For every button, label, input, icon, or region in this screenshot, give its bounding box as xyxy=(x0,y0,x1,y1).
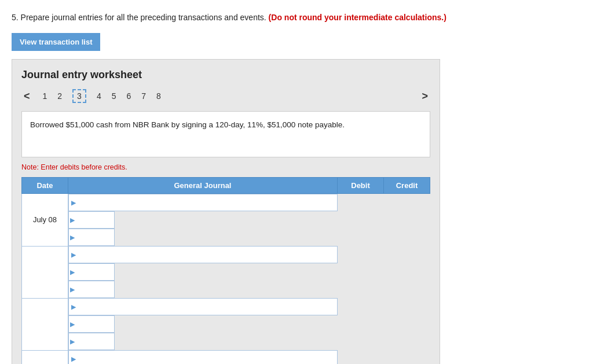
debit-cell-2: ▶ xyxy=(68,315,115,333)
debit-cell-1: ▶ xyxy=(68,263,115,281)
journal-cell-2: ▶ xyxy=(68,298,338,315)
journal-input-0[interactable] xyxy=(78,194,336,211)
date-cell-1 xyxy=(22,246,68,298)
table-row: ▶▶▶ xyxy=(22,298,430,350)
credit-cell-2: ▶ xyxy=(68,333,115,350)
journal-table: Date General Journal Debit Credit July 0… xyxy=(21,177,430,364)
debit-input-1[interactable] xyxy=(76,264,114,280)
debit-arrow-2: ▶ xyxy=(69,316,76,332)
note-text: Note: Enter debits before credits. xyxy=(21,163,430,171)
row-arrow-1: ▶ xyxy=(69,247,78,263)
row-arrow-0: ▶ xyxy=(69,194,78,211)
question-number: 5. xyxy=(12,13,19,22)
row-arrow-2: ▶ xyxy=(69,299,78,315)
description-text: Borrowed $51,000 cash from NBR Bank by s… xyxy=(30,120,345,129)
table-row: ▶▶▶ xyxy=(22,350,430,364)
date-cell-2 xyxy=(22,298,68,350)
credit-input-0[interactable] xyxy=(76,229,114,245)
credit-arrow-1: ▶ xyxy=(69,281,76,297)
nav-row: < 1 2 3 4 5 6 7 8 > xyxy=(21,89,430,103)
question-header: 5. Prepare journal entries for all the p… xyxy=(12,12,581,24)
debit-input-2[interactable] xyxy=(76,316,114,332)
row-arrow-3: ▶ xyxy=(69,351,78,364)
debit-input-0[interactable] xyxy=(76,212,114,228)
credit-arrow-2: ▶ xyxy=(69,333,76,350)
journal-cell-3: ▶ xyxy=(68,350,338,364)
credit-cell-1: ▶ xyxy=(68,281,115,298)
debit-arrow-1: ▶ xyxy=(69,264,76,280)
date-cell-3 xyxy=(22,350,68,364)
journal-input-3[interactable] xyxy=(78,351,336,364)
nav-num-7[interactable]: 7 xyxy=(141,91,146,101)
credit-cell-0: ▶ xyxy=(68,229,115,246)
nav-num-3[interactable]: 3 xyxy=(72,89,86,103)
nav-prev-arrow[interactable]: < xyxy=(21,90,32,102)
credit-input-1[interactable] xyxy=(76,281,114,297)
journal-cell-0: ▶ xyxy=(68,194,338,211)
view-transaction-button[interactable]: View transaction list xyxy=(12,33,100,51)
nav-num-4[interactable]: 4 xyxy=(97,91,101,101)
worksheet-container: Journal entry worksheet < 1 2 3 4 5 6 7 … xyxy=(12,59,440,364)
date-cell-0: July 08 xyxy=(22,194,68,247)
table-row: July 08▶▶▶ xyxy=(22,194,430,247)
col-header-journal: General Journal xyxy=(68,178,338,194)
nav-num-5[interactable]: 5 xyxy=(112,91,116,101)
description-box: Borrowed $51,000 cash from NBR Bank by s… xyxy=(21,111,430,157)
col-header-debit: Debit xyxy=(338,178,384,194)
question-text: Prepare journal entries for all the prec… xyxy=(21,13,266,22)
credit-arrow-0: ▶ xyxy=(69,229,76,245)
table-row: ▶▶▶ xyxy=(22,246,430,298)
credit-input-2[interactable] xyxy=(76,333,114,350)
debit-arrow-0: ▶ xyxy=(69,212,76,228)
journal-input-2[interactable] xyxy=(78,299,336,315)
nav-num-6[interactable]: 6 xyxy=(127,91,131,101)
nav-next-arrow[interactable]: > xyxy=(419,90,430,102)
journal-input-1[interactable] xyxy=(78,247,336,263)
col-header-credit: Credit xyxy=(384,178,430,194)
nav-num-8[interactable]: 8 xyxy=(156,91,161,101)
nav-num-1[interactable]: 1 xyxy=(43,91,47,101)
col-header-date: Date xyxy=(22,178,68,194)
worksheet-title: Journal entry worksheet xyxy=(21,69,430,81)
debit-cell-0: ▶ xyxy=(68,211,115,229)
bold-warning: (Do not round your intermediate calculat… xyxy=(269,13,446,22)
journal-cell-1: ▶ xyxy=(68,246,338,263)
nav-num-2[interactable]: 2 xyxy=(57,91,62,101)
